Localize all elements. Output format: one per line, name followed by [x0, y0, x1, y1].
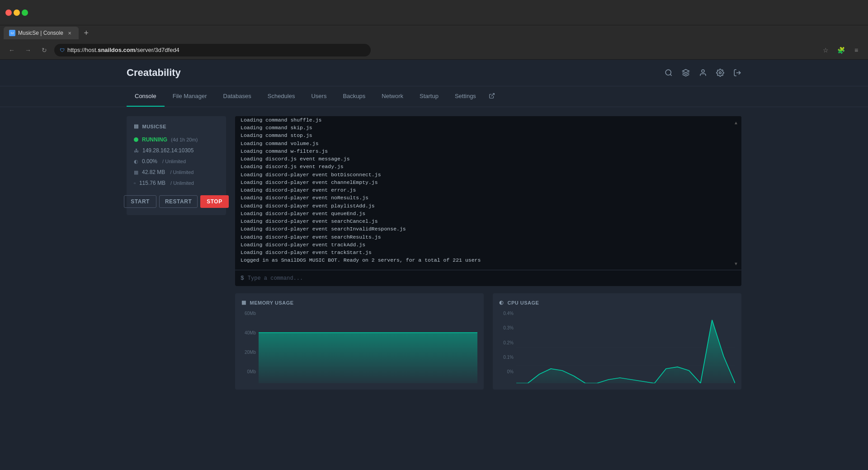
disk-row: ▫ 115.76 MB / Unlimited [134, 180, 219, 186]
memory-chart-canvas: 60Mb40Mb20Mb0Mb [241, 311, 477, 383]
svg-point-3 [719, 72, 722, 74]
tab-close-button[interactable]: ✕ [66, 29, 73, 37]
restart-button[interactable]: RESTART [159, 195, 198, 208]
cpu-chart-card: ◐ CPU USAGE 0.4%0.3%0.2%0.1%0% [493, 293, 741, 390]
cpu-chart-icon: ◐ [499, 300, 504, 306]
cpu-icon: ◐ [134, 159, 138, 164]
address-bar-row: ← → ↻ 🛡 https://host.snaildos.com/server… [0, 41, 868, 60]
cpu-chart-title: ◐ CPU USAGE [499, 300, 735, 306]
bookmark-icon[interactable]: ☆ [819, 44, 832, 56]
memory-icon: ▦ [134, 169, 138, 175]
window-close-button[interactable] [5, 9, 12, 16]
cpu-chart-plot [516, 311, 735, 383]
cpu-value: 0.00% [142, 158, 157, 164]
cpu-y-labels: 0.4%0.3%0.2%0.1%0% [499, 311, 516, 374]
new-tab-button[interactable]: + [80, 27, 92, 39]
tab-network[interactable]: Network [373, 86, 411, 107]
cpu-row: ◐ 0.00% / Unlimited [134, 158, 219, 164]
tab-schedules[interactable]: Schedules [259, 86, 303, 107]
charts-area: ▦ MEMORY USAGE 60Mb40Mb20Mb0Mb ◐ CPU USA… [235, 293, 741, 390]
window-maximize-button[interactable] [22, 9, 28, 16]
browser-tab-bar: M MusicSe | Console ✕ + [0, 25, 868, 41]
person-icon[interactable] [699, 69, 707, 77]
tab-favicon: M [9, 30, 15, 36]
extensions-icon[interactable]: 🧩 [835, 44, 847, 56]
console-prompt: $ [241, 275, 244, 282]
server-title-icon: ▤ [134, 123, 139, 129]
tab-databases[interactable]: Databases [215, 86, 259, 107]
security-icon: 🛡 [60, 47, 65, 53]
disk-value: 115.76 MB [139, 180, 165, 186]
server-stats: RUNNING (4d 1h 20m) 🖧 149.28.162.14:1030… [134, 136, 219, 186]
console-input-row: $ [235, 270, 741, 286]
stop-button[interactable]: STOP [200, 195, 228, 208]
nav-tabs: Console File Manager Databases Schedules… [0, 86, 868, 107]
main-content: ▤ MUSICSE RUNNING (4d 1h 20m) 🖧 149.28.1… [0, 107, 868, 399]
console-area: Loading command debug.jsLoading command … [235, 116, 741, 390]
server-card: ▤ MUSICSE RUNNING (4d 1h 20m) 🖧 149.28.1… [127, 116, 226, 215]
external-link-icon[interactable] [484, 86, 500, 107]
ip-icon: 🖧 [134, 148, 139, 153]
status-running: RUNNING [142, 136, 167, 143]
status-row: RUNNING (4d 1h 20m) [134, 136, 219, 143]
browser-tab-active[interactable]: M MusicSe | Console ✕ [4, 27, 79, 39]
browser-window-controls [5, 9, 28, 16]
browser-menu-icon[interactable]: ≡ [850, 44, 863, 56]
tab-file-manager[interactable]: File Manager [165, 86, 215, 107]
cpu-chart-canvas: 0.4%0.3%0.2%0.1%0% [499, 311, 735, 383]
status-uptime: (4d 1h 20m) [171, 137, 198, 142]
memory-row: ▦ 42.82 MB / Unlimited [134, 169, 219, 175]
console-input[interactable] [248, 275, 736, 282]
search-icon[interactable] [665, 69, 673, 77]
app-header: Creatability [0, 60, 868, 86]
memory-chart-icon: ▦ [241, 300, 246, 306]
svg-line-5 [491, 94, 494, 96]
memory-chart-plot [259, 311, 477, 383]
memory-y-labels: 60Mb40Mb20Mb0Mb [241, 311, 259, 374]
tab-label: MusicSe | Console [18, 30, 63, 36]
status-dot [134, 137, 138, 142]
scroll-up-button[interactable]: ▲ [731, 118, 741, 127]
memory-limit: / Unlimited [169, 169, 193, 175]
header-icons [665, 69, 741, 77]
tab-console[interactable]: Console [127, 86, 165, 107]
reload-button[interactable]: ↻ [38, 44, 51, 56]
scroll-down-button[interactable]: ▼ [731, 259, 741, 268]
svg-point-0 [665, 70, 671, 75]
memory-chart-title: ▦ MEMORY USAGE [241, 300, 477, 306]
back-button[interactable]: ← [5, 44, 18, 56]
server-actions: START RESTART STOP [134, 195, 219, 208]
start-button[interactable]: START [124, 195, 156, 208]
browser-chrome [0, 0, 868, 25]
browser-toolbar-right: ☆ 🧩 ≡ [819, 44, 863, 56]
disk-icon: ▫ [134, 180, 136, 186]
server-panel: ▤ MUSICSE RUNNING (4d 1h 20m) 🖧 149.28.1… [127, 116, 226, 390]
cpu-limit: / Unlimited [161, 159, 186, 164]
server-title: ▤ MUSICSE [134, 123, 219, 129]
address-bar[interactable]: 🛡 https://host.snaildos.com/server/3d7df… [54, 44, 371, 56]
disk-limit: / Unlimited [169, 180, 194, 186]
window-minimize-button[interactable] [14, 9, 20, 16]
tab-users[interactable]: Users [303, 86, 335, 107]
tab-settings[interactable]: Settings [447, 86, 484, 107]
settings-icon[interactable] [716, 69, 724, 77]
ip-row: 🖧 149.28.162.14:10305 [134, 147, 219, 154]
memory-value: 42.82 MB [142, 169, 165, 175]
logout-icon[interactable] [733, 69, 741, 77]
app-logo: Creatability [127, 67, 665, 79]
svg-marker-1 [683, 70, 689, 73]
server-ip: 149.28.162.14:10305 [142, 147, 193, 154]
layers-icon[interactable] [682, 69, 690, 77]
url-display: https://host.snaildos.com/server/3d7dfed… [67, 47, 179, 53]
svg-point-2 [702, 70, 704, 72]
tab-startup[interactable]: Startup [411, 86, 447, 107]
memory-chart-card: ▦ MEMORY USAGE 60Mb40Mb20Mb0Mb [235, 293, 484, 390]
console-output[interactable]: Loading command debug.jsLoading command … [235, 116, 741, 270]
forward-button[interactable]: → [22, 44, 34, 56]
tab-backups[interactable]: Backups [335, 86, 373, 107]
